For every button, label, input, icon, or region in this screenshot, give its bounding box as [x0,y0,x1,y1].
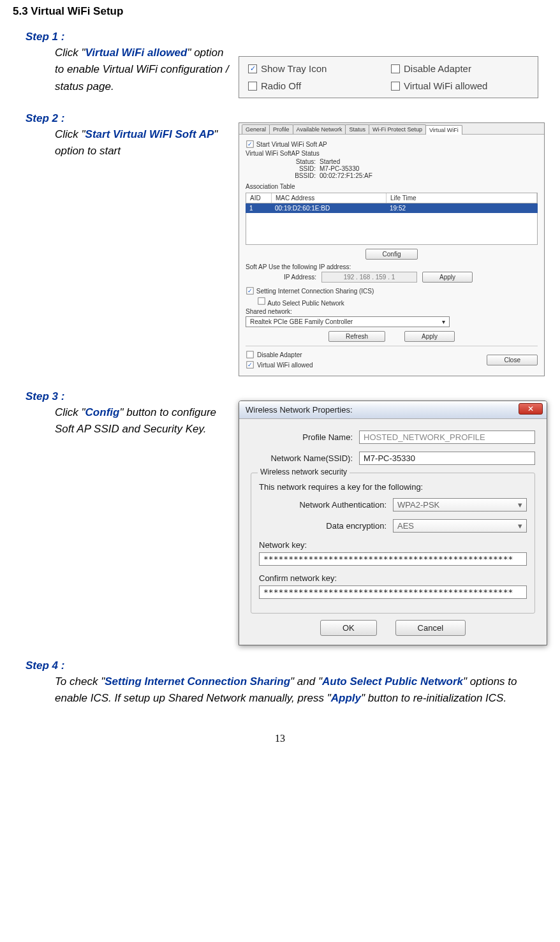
cell-lifetime: 19:52 [386,203,538,213]
step-4-block: Step 4 : To check "Setting Internet Conn… [26,659,547,707]
tab-general[interactable]: General [242,124,270,134]
col-mac: MAC Address [272,193,387,203]
tab-virtual-wifi[interactable]: Virtual WiFi [425,125,462,135]
shared-network-select[interactable]: Realtek PCIe GBE Family Controller ▾ [246,316,450,327]
page-number: 13 [13,733,547,744]
tab-status[interactable]: Status [345,124,369,134]
status-key: Status: [285,158,316,165]
ip-address-field[interactable]: 192 . 168 . 159 . 1 [321,272,417,283]
step-4-h2: Auto Select Public Network [322,675,463,688]
chevron-down-icon: ▾ [442,318,445,325]
auto-select-option[interactable]: Auto Select Public Network [257,297,538,307]
chevron-down-icon: ▾ [518,500,522,510]
radio-off-option[interactable]: Radio Off [248,80,386,91]
step-2-block: Step 2 : Click "Start Virtual WiFI Soft … [26,112,547,376]
network-key-field[interactable]: ****************************************… [259,552,527,566]
security-groupbox: Wireless network security This network r… [251,473,535,614]
ok-button[interactable]: OK [320,620,377,636]
assoc-table-row[interactable]: 1 00:19:D2:60:1E:BD 19:52 [246,203,538,213]
auth-select[interactable]: WPA2-PSK ▾ [393,498,527,511]
close-button[interactable]: Close [487,355,538,365]
confirm-key-field[interactable]: ****************************************… [259,585,527,599]
refresh-button[interactable]: Refresh [328,331,385,342]
encryption-label: Data encryption: [259,521,393,531]
bssid-key: BSSID: [285,172,316,179]
ip-address-heading: Soft AP Use the following IP address: [246,263,538,270]
ics-option[interactable]: ✓ Setting Internet Connection Sharing (I… [246,286,538,295]
section-title: 5.3 Virtual WiFi Setup [13,5,547,18]
virtual-wifi-allowed-label: Virtual WiFi allowed [404,80,487,91]
status-value: Started [320,158,340,165]
virtual-wifi-allowed-option[interactable]: Virtual WiFi allowed [391,80,529,91]
apply-ics-button[interactable]: Apply [404,331,455,342]
checkbox-checked-icon: ✓ [246,361,253,368]
wireless-properties-dialog-figure: Wireless Network Properties: ✕ Profile N… [239,401,547,645]
chevron-down-icon: ▾ [518,521,522,531]
step-1-block: Step 1 : Click "Virtual WiFi allowed" op… [26,31,547,98]
step-3-block: Step 3 : Click "Config" button to config… [26,390,547,645]
encryption-value: AES [397,521,414,531]
step-1-text: Click "Virtual WiFi allowed" option to e… [26,45,230,95]
step-4-t4: " button to re-initialization ICS. [361,692,506,704]
apply-ip-button[interactable]: Apply [422,272,473,283]
association-table-heading: Association Table [246,183,538,190]
ssid-value: M7-PC-35330 [320,165,359,172]
ssid-label: Network Name(SSID): [251,453,359,463]
step-3-text: Click "Config" button to configure Soft … [26,404,230,438]
tab-profile[interactable]: Profile [269,124,293,134]
step-2-highlight: Start Virtual WiFI Soft AP [85,128,214,140]
options-panel-figure: ✓ Show Tray Icon Disable Adapter Radio O… [239,56,538,98]
dialog-title-bar: Wireless Network Properties: ✕ [239,401,547,419]
tab-bar: General Profile Available Network Status… [239,123,544,135]
footer-vwifi-allowed-label: Virtual WiFi allowed [257,362,313,369]
col-aid: AID [246,193,272,203]
footer-disable-adapter-label: Disable Adapter [257,351,302,358]
ssid-field[interactable]: M7-PC-35330 [359,452,535,465]
start-softap-label: Start Virtual WiFi Soft AP [256,141,327,148]
step-2-text: Click "Start Virtual WiFI Soft AP" optio… [26,126,230,160]
ip-address-label: IP Address: [284,274,316,281]
cell-mac: 00:19:D2:60:1E:BD [271,203,386,213]
softap-dialog-figure: General Profile Available Network Status… [239,122,545,376]
ics-option-label: Setting Internet Connection Sharing (ICS… [256,288,374,295]
cancel-button[interactable]: Cancel [395,620,466,636]
checkbox-icon [246,351,253,358]
checkbox-checked-icon: ✓ [246,140,253,147]
disable-adapter-option[interactable]: Disable Adapter [391,63,529,74]
step-4-label: Step 4 : [26,659,547,672]
tab-wps[interactable]: Wi-Fi Protect Setup [369,124,426,134]
config-button[interactable]: Config [365,249,418,260]
profile-name-field[interactable]: HOSTED_NETWORK_PROFILE [359,431,535,444]
security-groupbox-title: Wireless network security [258,467,350,476]
network-key-label: Network key: [259,540,527,550]
step-4-h3: Apply [331,692,361,704]
cell-aid: 1 [246,203,271,213]
auth-label: Network Authentication: [259,500,393,510]
show-tray-icon-option[interactable]: ✓ Show Tray Icon [248,63,386,74]
footer-disable-adapter-option[interactable]: Disable Adapter [246,350,313,359]
checkbox-checked-icon: ✓ [248,64,257,73]
profile-name-label: Profile Name: [251,432,359,442]
bssid-value: 00:02:72:F1:25:AF [320,172,372,179]
assoc-table-empty [246,213,538,245]
tab-available-network[interactable]: Available Network [293,124,346,134]
confirm-key-label: Confirm network key: [259,573,527,583]
close-icon[interactable]: ✕ [519,403,543,415]
checkbox-icon [391,82,400,91]
encryption-select[interactable]: AES ▾ [393,519,527,533]
step-4-t2: " and " [290,675,322,688]
radio-off-label: Radio Off [261,80,301,91]
softap-status-heading: Virtual WiFi SoftAP Status [246,150,538,157]
checkbox-icon [258,297,265,304]
step-4-t1: To check " [55,675,105,688]
ssid-key: SSID: [285,165,316,172]
auth-value: WPA2-PSK [397,500,439,510]
start-softap-option[interactable]: ✓ Start Virtual WiFi Soft AP [246,140,538,149]
footer-vwifi-allowed-option[interactable]: ✓ Virtual WiFi allowed [246,360,313,369]
disable-adapter-label: Disable Adapter [404,63,471,74]
checkbox-icon [248,82,257,91]
shared-network-value: Realtek PCIe GBE Family Controller [250,318,353,325]
step-1-label: Step 1 : [26,31,547,43]
step-2-pre: Click " [55,128,85,140]
show-tray-icon-label: Show Tray Icon [261,63,327,74]
